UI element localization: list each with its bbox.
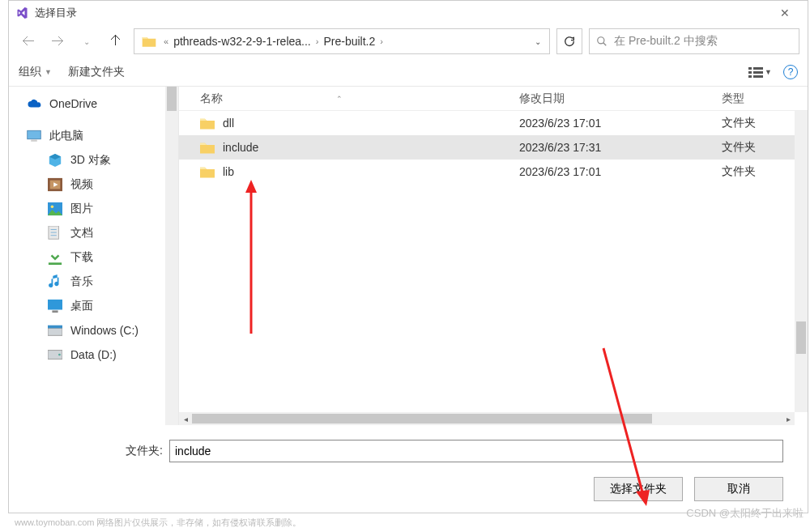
pc-icon <box>27 129 41 143</box>
annotation-arrow-1 <box>243 180 275 342</box>
column-type[interactable]: 类型 <box>706 92 808 106</box>
svg-marker-29 <box>636 490 650 506</box>
cube-icon <box>48 153 62 168</box>
footer: 文件夹: 选择文件夹 取消 <box>9 425 808 516</box>
refresh-button[interactable] <box>556 28 582 54</box>
folder-icon <box>200 117 215 130</box>
titlebar: 选择目录 ✕ <box>9 1 808 25</box>
svg-rect-20 <box>48 300 62 310</box>
svg-rect-5 <box>753 71 763 74</box>
chevron-right-icon[interactable]: › <box>313 36 322 46</box>
svg-rect-9 <box>31 140 37 142</box>
annotation-arrow-2 <box>599 344 656 506</box>
up-button[interactable]: 🡡 <box>104 30 127 53</box>
recent-dropdown[interactable]: ⌄ <box>75 30 98 53</box>
folder-input[interactable] <box>169 440 783 462</box>
scroll-right-icon[interactable]: ▸ <box>782 415 795 423</box>
watermark-text-2: CSDN @太阳终于出来啦 <box>686 506 804 521</box>
svg-point-25 <box>58 354 61 356</box>
video-icon <box>48 177 62 192</box>
chevron-down-icon[interactable]: ⌄ <box>530 37 546 46</box>
folder-icon <box>200 141 215 154</box>
sidebar-item-music[interactable]: 音乐 <box>9 270 178 294</box>
view-button[interactable]: ▼ <box>748 66 772 78</box>
breadcrumb-item-1[interactable]: pthreads-w32-2-9-1-relea... <box>172 35 313 48</box>
sidebar-item-drive-d[interactable]: Data (D:) <box>9 343 178 367</box>
svg-rect-21 <box>52 310 58 313</box>
help-icon[interactable]: ? <box>783 65 798 79</box>
sidebar-item-desktop[interactable]: 桌面 <box>9 294 178 318</box>
drive-icon <box>48 323 62 338</box>
back-button[interactable]: 🡠 <box>17 30 40 53</box>
main-hscrollbar[interactable]: ◂ ▸ <box>179 412 795 425</box>
window-title: 选择目录 <box>35 6 769 20</box>
scroll-left-icon[interactable]: ◂ <box>179 415 192 423</box>
folder-label: 文件夹: <box>25 444 163 458</box>
svg-rect-2 <box>748 67 752 70</box>
desktop-icon <box>48 299 62 313</box>
music-icon <box>48 275 62 289</box>
view-icon <box>748 66 763 78</box>
svg-rect-6 <box>748 75 752 78</box>
svg-rect-3 <box>753 67 763 70</box>
cloud-icon <box>27 96 41 111</box>
folder-icon <box>141 33 157 49</box>
sidebar-item-videos[interactable]: 视频 <box>9 172 178 197</box>
column-name[interactable]: 名称⌃ <box>179 92 519 106</box>
sidebar-item-onedrive[interactable]: OneDrive <box>9 92 178 116</box>
svg-line-28 <box>603 348 644 498</box>
refresh-icon <box>563 35 576 48</box>
sort-indicator-icon: ⌃ <box>336 95 343 103</box>
toolbar: 组织▼ 新建文件夹 ▼ ? <box>9 57 808 87</box>
chevron-right-icon[interactable]: › <box>377 36 386 46</box>
sidebar-item-pictures[interactable]: 图片 <box>9 197 178 221</box>
column-date[interactable]: 修改日期 <box>519 92 706 106</box>
svg-marker-27 <box>245 180 257 193</box>
main-vscrollbar[interactable] <box>795 111 808 412</box>
watermark-text-1: www.toymoban.com 网络图片仅供展示，非存储，如有侵权请联系删除。 <box>15 517 301 529</box>
chevron-right-icon[interactable]: « <box>160 36 172 46</box>
svg-point-14 <box>51 206 54 209</box>
scrollbar-thumb[interactable] <box>796 321 806 354</box>
file-row-dll[interactable]: dll 2023/6/23 17:01 文件夹 <box>179 111 808 135</box>
svg-line-1 <box>603 43 607 46</box>
sidebar-item-documents[interactable]: 文档 <box>9 221 178 245</box>
breadcrumb-item-2[interactable]: Pre-built.2 <box>322 35 377 48</box>
search-input[interactable]: 在 Pre-built.2 中搜索 <box>589 28 799 54</box>
sidebar-item-drive-c[interactable]: Windows (C:) <box>9 318 178 343</box>
svg-rect-4 <box>748 71 752 74</box>
column-headers: 名称⌃ 修改日期 类型 <box>179 87 808 111</box>
breadcrumb[interactable]: « pthreads-w32-2-9-1-relea... › Pre-buil… <box>134 28 550 54</box>
download-icon <box>48 250 62 265</box>
search-icon <box>596 36 608 47</box>
new-folder-button[interactable]: 新建文件夹 <box>68 65 125 79</box>
sidebar-item-this-pc[interactable]: 此电脑 <box>9 124 178 148</box>
sidebar-scrollbar[interactable] <box>165 87 178 425</box>
dialog-window: 选择目录 ✕ 🡠 🡢 ⌄ 🡡 « pthreads-w32-2-9-1-rele… <box>8 0 808 513</box>
pictures-icon <box>48 202 62 216</box>
cancel-button[interactable]: 取消 <box>694 477 783 501</box>
documents-icon <box>48 226 62 240</box>
file-row-include[interactable]: include 2023/6/23 17:31 文件夹 <box>179 135 808 160</box>
sidebar: OneDrive 此电脑 3D 对象 视频 图片 <box>9 87 179 425</box>
nav-row: 🡠 🡢 ⌄ 🡡 « pthreads-w32-2-9-1-relea... › … <box>9 25 808 57</box>
body: OneDrive 此电脑 3D 对象 视频 图片 <box>9 87 808 425</box>
scrollbar-thumb[interactable] <box>192 414 652 423</box>
svg-rect-22 <box>48 328 62 335</box>
organize-button[interactable]: 组织▼ <box>19 65 52 79</box>
svg-rect-8 <box>28 130 41 139</box>
forward-button: 🡢 <box>46 30 69 53</box>
svg-rect-19 <box>49 262 62 265</box>
svg-rect-23 <box>48 326 62 329</box>
scrollbar-thumb[interactable] <box>167 87 177 111</box>
drive-icon <box>48 347 62 362</box>
svg-rect-7 <box>753 75 763 78</box>
sidebar-item-3d-objects[interactable]: 3D 对象 <box>9 148 178 172</box>
close-icon[interactable]: ✕ <box>769 6 801 19</box>
visual-studio-icon <box>15 6 28 19</box>
svg-point-0 <box>598 37 604 44</box>
sidebar-item-downloads[interactable]: 下载 <box>9 245 178 270</box>
search-placeholder: 在 Pre-built.2 中搜索 <box>614 34 718 49</box>
folder-icon <box>200 165 215 178</box>
